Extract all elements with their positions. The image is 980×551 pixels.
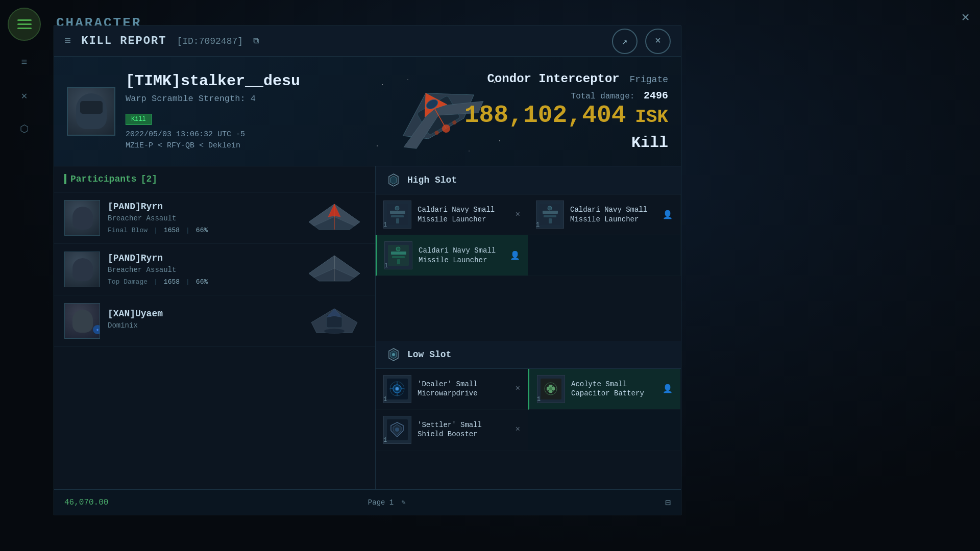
ship-class: Condor Interceptor [487, 72, 620, 86]
module-qty: 1 [383, 396, 387, 403]
avatar-helmet [76, 93, 107, 129]
damage-value: 2496 [644, 90, 668, 102]
participant-avatar-image [65, 201, 100, 235]
bottom-pagination: Page 1 ✎ [368, 498, 406, 507]
export-icon: ↗ [622, 36, 628, 47]
left-sidebar: ≡ ✕ ⬡ [10, 51, 38, 140]
participant-avatar-image [65, 252, 100, 287]
svg-rect-18 [391, 215, 404, 217]
top-menu-button[interactable] [8, 8, 41, 41]
svg-rect-23 [544, 215, 556, 217]
sidebar-star-icon[interactable]: ⬡ [10, 117, 38, 140]
panel-title: KILL REPORT [81, 35, 166, 47]
sidebar-cross-icon[interactable]: ✕ [10, 84, 38, 107]
module-person-button[interactable]: 👤 [663, 384, 673, 394]
isk-value: 188,102,404 [464, 102, 626, 129]
victim-avatar [67, 87, 115, 136]
module-qty: 1 [383, 437, 387, 444]
svg-point-24 [548, 206, 552, 210]
panel-header-right: ↗ × [612, 29, 671, 54]
filter-button[interactable]: ⊟ [665, 497, 671, 508]
avatar-face [72, 207, 93, 230]
svg-point-36 [396, 387, 399, 390]
ship-class-line: Condor Interceptor Frigate [464, 72, 668, 86]
module-item-empty [528, 235, 681, 276]
low-slot-header: Low Slot [376, 341, 681, 369]
svg-point-46 [549, 387, 552, 390]
participants-label: Participants [70, 174, 137, 184]
participant-ship-image [304, 303, 365, 339]
damage-stat: 1658 [164, 278, 180, 286]
module-icon [536, 201, 564, 229]
module-item-highlighted[interactable]: 1 Acolyte Sma [528, 369, 681, 410]
bottom-amount: 46,070.00 [64, 498, 108, 507]
participant-item[interactable]: [PAND]Ryrn Breacher Assault Final Blow |… [54, 192, 375, 244]
role-label: Final Blow [108, 227, 148, 234]
role-label: Top Damage [108, 278, 148, 286]
participant-avatar: ★ [64, 303, 100, 339]
module-qty: 1 [537, 396, 541, 403]
damage-stat: 1658 [164, 227, 180, 234]
damage-label: Total damage: 2496 [464, 90, 668, 102]
kill-report-panel: ≡ KILL REPORT [ID:7092487] ⧉ ↗ × [TIMK]s… [54, 26, 681, 515]
svg-rect-17 [390, 211, 405, 214]
participants-panel: Participants [2] [PAND]Ryrn Breacher Ass… [54, 166, 376, 515]
module-item-highlighted[interactable]: 1 Caldari Navy Small Missile Launcher [376, 235, 528, 276]
svg-point-6 [382, 84, 383, 85]
panel-close-button[interactable]: × [645, 29, 671, 54]
svg-point-29 [396, 247, 400, 251]
title-bar-accent [64, 174, 66, 184]
modules-panel: High Slot 1 [376, 166, 681, 515]
avatar-face [72, 310, 93, 333]
avatar-face [72, 258, 93, 281]
module-name: Caldari Navy Small Missile Launcher [570, 205, 656, 223]
panel-menu-icon[interactable]: ≡ [64, 35, 71, 47]
svg-point-15 [324, 329, 345, 334]
isk-label: ISK [635, 107, 668, 128]
svg-point-8 [377, 145, 378, 146]
module-item-empty [528, 410, 681, 450]
module-qty: 1 [384, 262, 388, 269]
module-person-button[interactable]: 👤 [663, 210, 673, 220]
kill-badge: Kill [126, 114, 152, 125]
module-item[interactable]: 1 Caldari Navy Small Missile Launcher [528, 194, 681, 235]
module-icon [383, 375, 411, 403]
module-remove-button[interactable]: × [515, 384, 520, 393]
module-remove-button[interactable]: × [515, 210, 520, 219]
svg-point-10 [407, 79, 408, 80]
content-area: Participants [2] [PAND]Ryrn Breacher Ass… [54, 166, 681, 515]
svg-point-48 [395, 428, 399, 432]
module-name: 'Dealer' Small Microwarpdrive [418, 380, 509, 398]
participants-count: [2] [141, 174, 157, 184]
export-button[interactable]: ↗ [612, 29, 638, 54]
svg-rect-27 [391, 252, 406, 255]
module-icon [537, 375, 565, 403]
sidebar-menu-icon[interactable]: ≡ [10, 51, 38, 74]
participant-item[interactable]: [PAND]Ryrn Breacher Assault Top Damage |… [54, 244, 375, 295]
module-icon [383, 201, 411, 229]
panel-id: [ID:7092487] [177, 36, 243, 46]
participant-ship-image [304, 200, 365, 236]
participants-title: Participants [2] [54, 166, 375, 192]
module-item[interactable]: 1 'Settler' Small Shield Booster × [376, 410, 528, 450]
victim-avatar-image [68, 88, 114, 135]
copy-button[interactable]: ⧉ [253, 36, 259, 46]
high-slot-icon [386, 172, 401, 188]
window-close-button[interactable]: × [961, 10, 970, 26]
participant-item[interactable]: ★ [XAN]Uyaem Dominix [54, 295, 375, 347]
svg-point-31 [392, 353, 395, 356]
svg-point-19 [395, 206, 399, 210]
isk-line: 188,102,404 ISK [464, 102, 668, 129]
module-name: Caldari Navy Small Missile Launcher [419, 246, 504, 264]
low-slot-title: Low Slot [407, 349, 451, 360]
percent-stat: 66% [196, 278, 208, 286]
module-item[interactable]: 1 Caldari Navy Small Missile Launcher [376, 194, 528, 235]
svg-rect-30 [397, 259, 400, 264]
svg-rect-28 [392, 256, 405, 258]
module-name: Acolyte Small Capacitor Battery [571, 380, 656, 398]
module-remove-button[interactable]: × [515, 425, 520, 434]
module-item[interactable]: 1 [376, 369, 528, 410]
panel-header: ≡ KILL REPORT [ID:7092487] ⧉ ↗ × [54, 26, 681, 57]
module-person-button[interactable]: 👤 [510, 251, 520, 261]
edit-icon[interactable]: ✎ [401, 498, 405, 507]
